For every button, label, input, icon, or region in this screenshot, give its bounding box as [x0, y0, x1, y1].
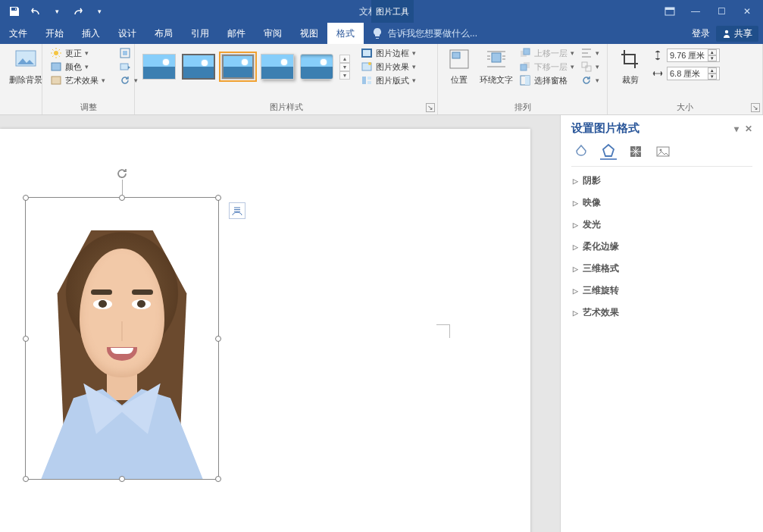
section-3d-format[interactable]: ▷三维格式 [571, 258, 752, 280]
share-button[interactable]: 共享 [716, 26, 758, 42]
tab-review[interactable]: 审阅 [255, 23, 291, 44]
undo-icon[interactable] [27, 3, 44, 20]
align-button[interactable]: ▾ [580, 47, 599, 59]
contextual-tab-label: 图片工具 [371, 0, 414, 23]
login-link[interactable]: 登录 [692, 27, 710, 40]
bring-forward-button[interactable]: 上移一层▾ [519, 47, 574, 59]
pane-close-icon[interactable]: ✕ [745, 124, 752, 134]
position-button[interactable]: 位置 [446, 47, 474, 86]
style-thumb-4[interactable] [261, 54, 294, 80]
group-arrange: 位置 环绕文字 上移一层▾ 下移一层▾ 选择窗格 ▾ ▾ ▾ 排列 [438, 44, 608, 114]
picture-layout-button[interactable]: 图片版式▾ [361, 74, 416, 86]
ribbon-tabs: 文件 开始 插入 设计 布局 引用 邮件 审阅 视图 格式 告诉我您想要做什么.… [0, 23, 763, 44]
qat-customize-icon[interactable]: ▾ [91, 3, 108, 20]
svg-rect-5 [52, 63, 61, 70]
style-thumb-5[interactable] [300, 54, 333, 80]
svg-point-11 [368, 62, 371, 65]
tab-insert[interactable]: 插入 [73, 23, 109, 44]
ribbon-display-options-icon[interactable] [657, 1, 683, 22]
tab-design[interactable]: 设计 [109, 23, 145, 44]
maximize-button[interactable]: ☐ [708, 1, 734, 22]
selection-pane-button[interactable]: 选择窗格 [519, 74, 574, 86]
group-objects-button[interactable]: ▾ [580, 61, 599, 73]
effects-category-icon[interactable] [600, 143, 617, 160]
pane-options-icon[interactable]: ▾ [734, 124, 739, 134]
picture-styles-gallery[interactable]: ▴▾▾ [142, 54, 350, 80]
color-button[interactable]: 颜色▾ [50, 61, 105, 73]
svg-rect-1 [665, 8, 674, 10]
tab-references[interactable]: 引用 [182, 23, 218, 44]
send-backward-button[interactable]: 下移一层▾ [519, 61, 574, 73]
picture-category-icon[interactable] [655, 143, 671, 160]
gallery-scroll-buttons[interactable]: ▴▾▾ [339, 55, 350, 80]
svg-marker-26 [603, 145, 614, 156]
resize-handle-bl[interactable] [23, 476, 29, 482]
resize-handle-tl[interactable] [23, 195, 29, 201]
height-spin-down[interactable]: ▾ [708, 55, 717, 61]
svg-rect-25 [586, 66, 591, 71]
height-spin-up[interactable]: ▴ [708, 49, 717, 55]
workspace: 设置图片格式 ▾✕ ▷阴影 ▷映像 ▷发光 ▷柔化边缘 ▷三维格式 ▷三维旋转 … [0, 115, 763, 532]
layout-options-button[interactable] [229, 202, 245, 219]
section-3d-rotation[interactable]: ▷三维旋转 [571, 280, 752, 302]
format-picture-pane: 设置图片格式 ▾✕ ▷阴影 ▷映像 ▷发光 ▷柔化边缘 ▷三维格式 ▷三维旋转 … [560, 115, 763, 532]
style-thumb-2[interactable] [182, 54, 215, 80]
layout-category-icon[interactable] [627, 143, 644, 160]
section-glow[interactable]: ▷发光 [571, 214, 752, 236]
minimize-button[interactable]: — [683, 1, 708, 22]
resize-handle-r[interactable] [215, 336, 221, 342]
resize-handle-b[interactable] [119, 476, 125, 482]
corrections-button[interactable]: 更正▾ [50, 47, 105, 59]
tell-me-box[interactable]: 告诉我您想要做什么... [371, 23, 477, 44]
rotation-handle[interactable] [113, 164, 131, 183]
height-icon [652, 49, 664, 61]
undo-dropdown-icon[interactable]: ▾ [48, 3, 65, 20]
tab-file[interactable]: 文件 [0, 23, 36, 44]
picture-border-button[interactable]: 图片边框▾ [361, 47, 416, 59]
resize-handle-br[interactable] [215, 476, 221, 482]
width-field[interactable]: 6.8 厘米▴▾ [652, 67, 720, 80]
tab-home[interactable]: 开始 [36, 23, 73, 44]
height-field[interactable]: 9.76 厘米▴▾ [652, 49, 720, 62]
group-picture-styles: ▴▾▾ 图片边框▾ 图片效果▾ 图片版式▾ 图片样式 ↘ [135, 44, 438, 114]
svg-rect-16 [452, 52, 460, 58]
close-button[interactable]: ✕ [734, 1, 760, 22]
section-reflection[interactable]: ▷映像 [571, 192, 752, 214]
resize-handle-l[interactable] [23, 336, 29, 342]
width-spin-down[interactable]: ▾ [708, 74, 717, 80]
tab-format[interactable]: 格式 [327, 23, 364, 44]
style-thumb-3[interactable] [221, 54, 255, 80]
selected-picture[interactable] [25, 197, 219, 480]
section-soft-edges[interactable]: ▷柔化边缘 [571, 236, 752, 258]
rotate-button[interactable]: ▾ [580, 74, 599, 86]
bring-forward-icon [519, 47, 531, 59]
save-icon[interactable] [6, 3, 23, 20]
picture-border-icon [361, 47, 373, 59]
tab-view[interactable]: 视图 [291, 23, 327, 44]
width-spin-up[interactable]: ▴ [708, 67, 717, 74]
redo-icon[interactable] [70, 3, 86, 20]
fill-line-category-icon[interactable] [573, 143, 589, 160]
remove-background-button[interactable]: 删除背景 [8, 47, 44, 86]
artistic-icon [50, 74, 62, 86]
picture-effects-button[interactable]: 图片效果▾ [361, 61, 416, 73]
quick-access-toolbar: ▾ ▾ [0, 3, 114, 20]
title-bar: ▾ ▾ 文档2 - Word 图片工具 — ☐ ✕ [0, 0, 763, 23]
tab-mailings[interactable]: 邮件 [218, 23, 255, 44]
resize-handle-tr[interactable] [215, 195, 221, 201]
document-area[interactable] [0, 115, 560, 532]
width-value: 6.8 厘米 [670, 68, 700, 80]
group-adjust-label: 调整 [50, 100, 127, 113]
artistic-effects-button[interactable]: 艺术效果▾ [50, 74, 105, 86]
section-shadow[interactable]: ▷阴影 [571, 170, 752, 192]
wrap-text-button[interactable]: 环绕文字 [480, 47, 513, 86]
tab-layout[interactable]: 布局 [145, 23, 182, 44]
svg-rect-17 [492, 53, 501, 62]
size-dialog-launcher[interactable]: ↘ [751, 103, 760, 112]
style-thumb-1[interactable] [142, 54, 176, 80]
section-artistic[interactable]: ▷艺术效果 [571, 302, 752, 324]
resize-handle-t[interactable] [119, 195, 125, 201]
styles-dialog-launcher[interactable]: ↘ [426, 103, 435, 112]
selection-pane-icon [519, 74, 531, 86]
crop-button[interactable]: 裁剪 [615, 47, 646, 86]
